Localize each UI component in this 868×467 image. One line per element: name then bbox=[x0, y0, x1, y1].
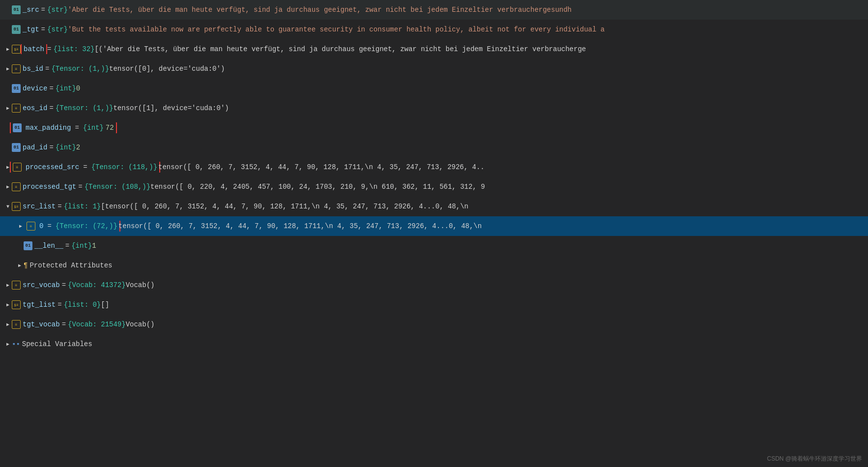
src-variable-row[interactable]: 01 _src = {str} 'Aber die Tests, über di… bbox=[0, 0, 868, 20]
expand-arrow[interactable] bbox=[16, 262, 24, 269]
var-name: processed_src bbox=[26, 163, 79, 171]
expand-arrow[interactable] bbox=[4, 281, 12, 289]
type-annotation: {Tensor: (1,)} bbox=[56, 104, 114, 112]
expand-arrow[interactable] bbox=[17, 222, 25, 230]
tgt_vocab-variable-row[interactable]: ≡ tgt_vocab = {Vocab: 21549} Vocab() bbox=[0, 315, 868, 334]
var-name: max_padding bbox=[26, 124, 71, 132]
type-annotation: {Tensor: (108,)} bbox=[85, 183, 150, 191]
list-icon: 1≡ bbox=[12, 45, 21, 54]
len-variable-row[interactable]: 01 __len__ = {int} 1 bbox=[0, 236, 868, 256]
var-value: 2 bbox=[76, 144, 80, 151]
list-icon: 1≡ bbox=[12, 202, 21, 211]
pad_id-variable-row[interactable]: 01 pad_id = {int} 2 bbox=[0, 138, 868, 157]
var-name: tgt_list bbox=[23, 301, 56, 309]
equals: = bbox=[58, 203, 61, 210]
eos_id-variable-row[interactable]: ≡ eos_id = {Tensor: (1,)} tensor([1], de… bbox=[0, 98, 868, 118]
src_list-variable-row[interactable]: 1≡ src_list = {list: 1} [tensor([ 0, 260… bbox=[0, 197, 868, 216]
int-icon: 01 bbox=[24, 241, 32, 250]
str-icon: 01 bbox=[12, 5, 21, 14]
processed-src-red-box: ≡ processed_src = {Tensor: (118,)} bbox=[10, 162, 160, 173]
expand-arrow[interactable] bbox=[4, 340, 12, 348]
special-icon: ▪▪ bbox=[12, 340, 20, 348]
tensor-icon: ≡ bbox=[12, 182, 21, 191]
list-icon: 1≡ bbox=[12, 300, 21, 309]
protected-attrs-row[interactable]: ¶ Protected Attributes bbox=[0, 256, 868, 275]
expand-arrow[interactable] bbox=[4, 104, 12, 112]
tensor-icon: ≡ bbox=[12, 64, 21, 73]
type-annotation: {Tensor: (1,)} bbox=[51, 65, 109, 73]
processed_tgt-variable-row[interactable]: ≡ processed_tgt = {Tensor: (108,)} tenso… bbox=[0, 177, 868, 197]
type-annotation: {int} bbox=[56, 144, 76, 151]
equals: = bbox=[62, 321, 66, 328]
var-name: processed_tgt bbox=[23, 183, 76, 191]
special-label: Special Variables bbox=[22, 340, 92, 348]
batch-red-box: batch bbox=[21, 44, 47, 54]
tgt-variable-row[interactable]: 01 _tgt = {str} 'But the tests available… bbox=[0, 20, 868, 39]
expand-arrow[interactable] bbox=[4, 321, 12, 328]
expand-arrow[interactable] bbox=[4, 301, 12, 309]
equals: = bbox=[78, 183, 82, 191]
equals: = bbox=[62, 281, 66, 289]
var-value: [] bbox=[101, 301, 109, 309]
expand-arrow[interactable] bbox=[4, 65, 12, 73]
type-annotation: {int} bbox=[56, 85, 76, 92]
type-annotation: {list: 0} bbox=[64, 301, 101, 309]
src_vocab-variable-row[interactable]: ≡ src_vocab = {Vocab: 41372} Vocab() bbox=[0, 275, 868, 295]
expand-arrow[interactable] bbox=[4, 203, 12, 210]
var-value: 72 bbox=[106, 124, 114, 132]
tensor-icon: ≡ bbox=[12, 281, 21, 290]
batch-variable-row[interactable]: 1≡ batch = {list: 32} [('Aber die Tests,… bbox=[0, 39, 868, 59]
equals: = bbox=[41, 26, 45, 33]
int-icon: 01 bbox=[12, 84, 21, 93]
var-name: src_vocab bbox=[23, 281, 60, 289]
tensor-icon: ≡ bbox=[13, 163, 22, 172]
expand-arrow[interactable] bbox=[4, 183, 12, 191]
var-name: device bbox=[23, 85, 47, 92]
equals: = bbox=[83, 163, 87, 171]
int-icon: 01 bbox=[12, 143, 21, 152]
debugger-panel: 01 _src = {str} 'Aber die Tests, über di… bbox=[0, 0, 868, 467]
var-name: src_list bbox=[23, 203, 56, 210]
equals: = bbox=[65, 242, 69, 250]
var-value: Vocab() bbox=[126, 281, 155, 289]
equals: = bbox=[49, 104, 53, 112]
var-name: pad_id bbox=[23, 144, 47, 151]
var-name: batch bbox=[24, 45, 44, 53]
src_list-0-variable-row[interactable]: ≡ 0 = {Tensor: (72,)} tensor([ 0, 260, 7… bbox=[0, 216, 868, 236]
processed_src-variable-row[interactable]: ≡ processed_src = {Tensor: (118,)} tenso… bbox=[0, 157, 868, 177]
var-value: tensor([ 0, 260, 7, 3152, 4, 44, 7, 90, … bbox=[158, 163, 485, 171]
var-value: 1 bbox=[92, 242, 96, 250]
var-name: 0 bbox=[39, 222, 43, 230]
type-annotation: {list: 1} bbox=[64, 203, 101, 210]
protected-icon: ¶ bbox=[24, 262, 28, 269]
equals: = bbox=[45, 65, 49, 73]
equals: = bbox=[41, 6, 45, 14]
str-icon: 01 bbox=[12, 25, 21, 34]
var-value: [tensor([ 0, 260, 7, 3152, 4, 44, 7, 90,… bbox=[101, 203, 468, 210]
var-value: 'Aber die Tests, über die man heute verf… bbox=[68, 6, 572, 14]
var-value: tensor([0], device='cuda:0') bbox=[109, 65, 225, 73]
equals: = bbox=[58, 301, 61, 309]
equals: = bbox=[49, 85, 53, 92]
var-value: tensor([1], device='cuda:0') bbox=[113, 104, 229, 112]
var-name: _src bbox=[23, 6, 39, 14]
bs_id-variable-row[interactable]: ≡ bs_id = {Tensor: (1,)} tensor([0], dev… bbox=[0, 59, 868, 79]
tensor-icon: ≡ bbox=[27, 222, 35, 231]
tgt_list-variable-row[interactable]: 1≡ tgt_list = {list: 0} [] bbox=[0, 295, 868, 315]
src-list-0-red-box: ≡ 0 = {Tensor: (72,)} bbox=[16, 221, 120, 232]
var-name: eos_id bbox=[23, 104, 47, 112]
type-annotation: {Tensor: (72,)} bbox=[56, 222, 117, 230]
var-name: bs_id bbox=[23, 65, 43, 73]
var-value: 0 bbox=[76, 85, 80, 92]
equals: = bbox=[47, 45, 51, 53]
watermark: CSDN @骑着蜗牛环游深度学习世界 bbox=[767, 455, 862, 463]
max_padding-variable-row[interactable]: 01 max_padding = {int} 72 bbox=[0, 118, 868, 138]
special-vars-row[interactable]: ▪▪ Special Variables bbox=[0, 334, 868, 354]
equals: = bbox=[47, 222, 51, 230]
type-annotation: {str} bbox=[47, 6, 68, 14]
device-variable-row[interactable]: 01 device = {int} 0 bbox=[0, 79, 868, 98]
type-annotation: {str} bbox=[47, 26, 68, 33]
expand-arrow[interactable] bbox=[4, 45, 12, 53]
protected-label: Protected Attributes bbox=[29, 262, 112, 269]
var-value: [('Aber die Tests, über die man heute ve… bbox=[94, 45, 586, 53]
